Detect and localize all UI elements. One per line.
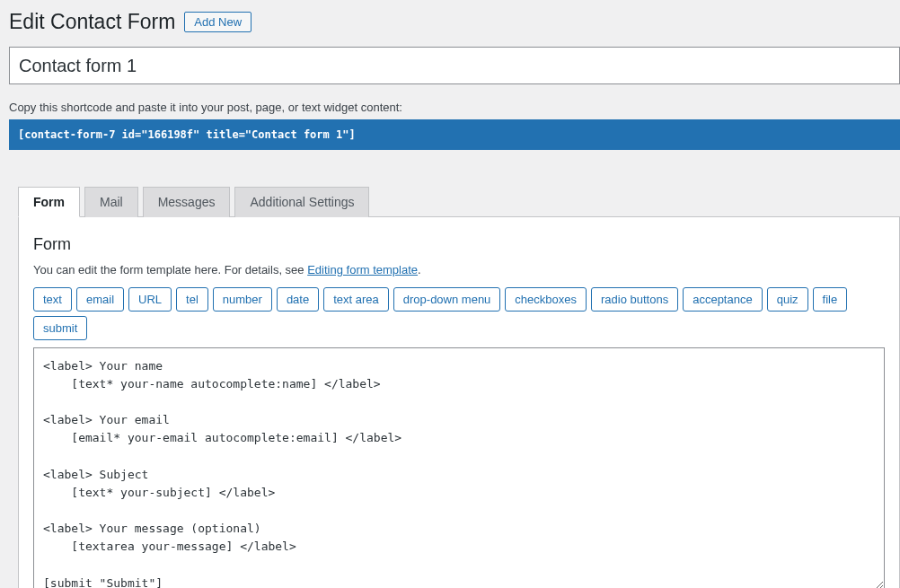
shortcode-code[interactable]: [contact-form-7 id="166198f" title="Cont… [9,119,900,150]
shortcode-hint: Copy this shortcode and paste it into yo… [9,101,900,114]
tab-mail[interactable]: Mail [84,187,138,217]
tag-generator-buttons: textemailURLtelnumberdatetext areadrop-d… [33,287,885,340]
tag-btn-radio-buttons[interactable]: radio buttons [591,287,678,312]
form-panel-description: You can edit the form template here. For… [33,263,885,276]
tag-btn-url[interactable]: URL [128,287,172,312]
tag-btn-tel[interactable]: tel [176,287,208,312]
form-panel-heading: Form [33,235,885,254]
tag-btn-checkboxes[interactable]: checkboxes [505,287,587,312]
tab-messages[interactable]: Messages [143,187,231,217]
tag-btn-text-area[interactable]: text area [323,287,389,312]
tab-form[interactable]: Form [18,187,80,217]
tag-btn-email[interactable]: email [76,287,124,312]
tag-btn-text[interactable]: text [33,287,72,312]
add-new-button[interactable]: Add New [184,12,251,32]
form-panel-desc-suffix: . [418,263,421,276]
page-title: Edit Contact Form [9,9,175,36]
form-panel-desc-prefix: You can edit the form template here. For… [33,263,307,276]
tag-btn-submit[interactable]: submit [33,316,87,340]
form-title-input[interactable] [9,47,900,84]
tag-btn-drop-down-menu[interactable]: drop-down menu [393,287,501,312]
editing-form-template-link[interactable]: Editing form template [307,263,418,276]
tag-btn-quiz[interactable]: quiz [767,287,808,312]
tag-btn-file[interactable]: file [813,287,848,312]
tag-btn-number[interactable]: number [213,287,272,312]
form-template-textarea[interactable] [33,347,885,588]
tag-btn-date[interactable]: date [277,287,319,312]
tabs: FormMailMessagesAdditional Settings [18,186,900,217]
tab-additional-settings[interactable]: Additional Settings [234,187,369,217]
form-panel: Form You can edit the form template here… [18,217,900,588]
tag-btn-acceptance[interactable]: acceptance [683,287,763,312]
